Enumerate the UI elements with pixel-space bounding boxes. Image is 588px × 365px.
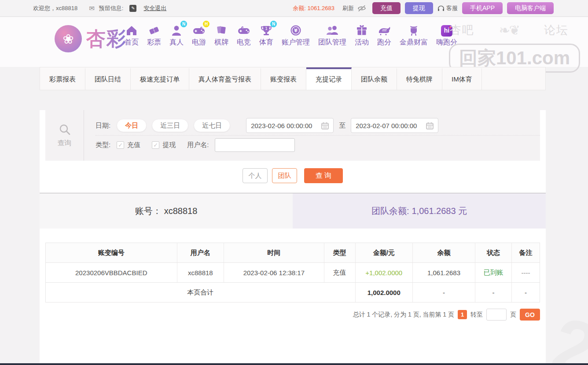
nav-item-5[interactable]: 电竞: [237, 23, 251, 47]
nav-item-8[interactable]: 团队管理: [318, 23, 346, 47]
report-tabs: 彩票报表团队日结极速充提订单真人体育盈亏报表账变报表充提记录团队余额特兔棋牌IM…: [40, 67, 546, 90]
pc-client-button[interactable]: 电脑客户端: [507, 2, 554, 14]
eye-off-icon[interactable]: [357, 5, 366, 12]
deposit-checkbox[interactable]: ✓: [117, 141, 124, 149]
tab-4[interactable]: 账变报表: [261, 67, 306, 90]
date-label: 日期:: [96, 122, 110, 130]
account-number: 账号：xc88818: [40, 193, 293, 229]
edit-icon[interactable]: ✎: [129, 5, 136, 12]
nav-item-10[interactable]: 跑分: [377, 23, 391, 47]
logo-text: 杏彩: [86, 26, 127, 52]
badge-h: H: [203, 21, 209, 27]
nav-item-12[interactable]: hi嗨跑分: [436, 23, 457, 47]
deposit-checkbox-label: 充值: [127, 141, 140, 149]
footer-bar: [0, 363, 588, 365]
range-3days[interactable]: 近三日: [152, 119, 188, 132]
date-to-box[interactable]: [351, 118, 438, 133]
go-button[interactable]: GO: [520, 309, 540, 321]
summary-label: 本页合计: [46, 283, 356, 302]
content-area: 彩票报表团队日结极速充提订单真人体育盈亏报表账变报表充提记录团队余额特兔棋牌IM…: [40, 67, 546, 363]
column-header: 账变编号: [46, 243, 177, 263]
main-nav: 首页彩票N真人H电游棋牌电竞1N体育¥账户管理团队管理活动跑分金鼎财富hi嗨跑分: [125, 23, 457, 47]
nav-item-label: 棋牌: [214, 38, 228, 47]
range-today[interactable]: 今日: [117, 119, 147, 132]
hi-icon: hi: [440, 23, 454, 37]
tab-7[interactable]: 特兔棋牌: [397, 67, 442, 90]
watermark-forum: 杏吧 ❧❦ 论坛: [450, 22, 569, 38]
account-strip: 账号：xc88818 团队余额:1,061.2683 元: [40, 193, 546, 229]
ding-icon: [407, 23, 421, 37]
nav-item-label: 电竞: [237, 38, 251, 47]
svg-text:1: 1: [265, 26, 268, 31]
tab-5-active[interactable]: 充提记录: [306, 67, 352, 90]
mobile-app-button[interactable]: 手机APP: [462, 2, 503, 14]
date-from-box[interactable]: [246, 118, 334, 133]
nav-item-2[interactable]: N真人: [169, 23, 184, 47]
tab-3[interactable]: 真人体育盈亏报表: [189, 67, 261, 90]
calendar-icon[interactable]: [426, 122, 434, 129]
withdraw-checkbox[interactable]: ✓: [152, 141, 159, 149]
deposit-button[interactable]: 充值: [372, 2, 401, 14]
team-button[interactable]: 团队: [272, 168, 297, 183]
tab-1[interactable]: 团队日结: [85, 67, 131, 90]
cell: 1,061.2683: [412, 263, 475, 283]
mail-icon[interactable]: ✉: [89, 4, 95, 12]
svg-text:¥: ¥: [294, 28, 298, 33]
column-header: 金额/元: [355, 243, 412, 263]
nav-item-label: 团队管理: [318, 38, 346, 47]
rhino-icon: [377, 23, 391, 37]
table-row: 20230206VBBDACBIEDxc888182023-02-06 12:3…: [46, 263, 540, 283]
watermark-background: 2: [544, 300, 588, 365]
nav-item-11[interactable]: 金鼎财富: [400, 23, 428, 47]
ticket-icon: [147, 23, 161, 37]
date-to-label: 至: [339, 122, 345, 130]
team-balance: 团队余额:1,061.2683 元: [293, 193, 546, 229]
cell: +1,002.0000: [355, 263, 412, 283]
nav-item-1[interactable]: 彩票: [147, 23, 161, 47]
summary-amount: 1,002.0000: [355, 283, 412, 302]
nav-item-label: 跑分: [377, 38, 391, 47]
goto-label: 转至: [470, 311, 483, 319]
watermark-ornament-icon: ❧❦: [499, 22, 519, 38]
withdraw-button[interactable]: 提现: [405, 2, 433, 14]
cell: xc88818: [177, 263, 224, 283]
nav-item-3[interactable]: H电游: [192, 23, 206, 47]
tab-2[interactable]: 极速充提订单: [131, 67, 189, 90]
refresh-link[interactable]: 刷新: [342, 4, 354, 12]
query-button[interactable]: 查 询: [304, 168, 343, 183]
headset-icon: [437, 5, 445, 11]
nav-item-label: 首页: [125, 38, 139, 47]
cell: 20230206VBBDACBIED: [46, 263, 177, 283]
tab-6[interactable]: 团队余额: [352, 67, 397, 90]
personal-button[interactable]: 个人: [243, 168, 268, 183]
site-logo[interactable]: ❀ 杏彩: [55, 25, 127, 52]
logout-link[interactable]: 安全退出: [143, 4, 166, 12]
team-icon: [325, 23, 339, 37]
query-block-label: 查询: [58, 139, 72, 148]
tab-8[interactable]: IM体育: [442, 67, 482, 90]
username-label: 用户名:: [187, 141, 209, 149]
tab-0[interactable]: 彩票报表: [40, 67, 85, 90]
nav-item-7[interactable]: ¥账户管理: [282, 23, 310, 47]
range-7days[interactable]: 近七日: [194, 119, 230, 132]
column-header: 时间: [224, 243, 324, 263]
type-filter-row: 类型: ✓ 充值 ✓ 提现 用户名:: [96, 136, 540, 155]
nav-item-0[interactable]: 首页: [125, 23, 139, 47]
date-from-input[interactable]: [251, 122, 317, 129]
calendar-icon[interactable]: [321, 122, 329, 129]
type-label: 类型:: [96, 141, 110, 149]
username-input[interactable]: [215, 138, 295, 152]
goto-page-input[interactable]: [486, 309, 507, 321]
current-page-badge[interactable]: 1: [458, 310, 467, 319]
records-table-wrap: 账变编号用户名时间类型金额/元余额状态备注 20230206VBBDACBIED…: [45, 243, 540, 302]
nav-item-4[interactable]: 棋牌: [214, 23, 228, 47]
cell: 充值: [324, 263, 355, 283]
date-to-input[interactable]: [356, 122, 422, 129]
summary-balance: -: [412, 283, 475, 302]
main-panel: 查询 日期: 今日 近三日 近七日: [40, 110, 546, 365]
customer-service[interactable]: 客服: [437, 4, 458, 12]
nav-item-6[interactable]: 1N体育: [259, 23, 273, 47]
nav-item-9[interactable]: 活动: [355, 23, 369, 47]
nav-item-label: 真人: [169, 38, 184, 47]
summary-note: -: [511, 283, 540, 302]
